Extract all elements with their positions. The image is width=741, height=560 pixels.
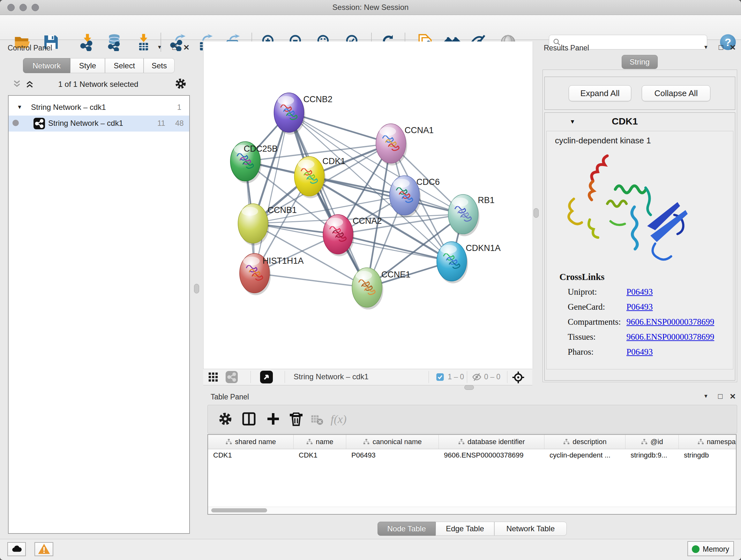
table-cell[interactable]: stringdb:9...	[625, 449, 679, 462]
column-header[interactable]: canonical name	[346, 435, 439, 449]
node-CCNB2[interactable]	[274, 93, 306, 135]
protein-structure-image	[559, 151, 697, 269]
table-row[interactable]: CDK1CDK1P064939606.ENSP00000378699cyclin…	[208, 449, 737, 462]
tab-sets[interactable]: Sets	[144, 58, 175, 73]
column-header[interactable]: name	[293, 435, 346, 449]
footer-separator	[285, 371, 285, 383]
network-thumbnail-icon[interactable]	[226, 371, 238, 383]
hidden-eye-icon[interactable]	[471, 372, 482, 382]
crosslink-link[interactable]: 9606.ENSP00000378699	[626, 317, 714, 327]
table-gear-icon[interactable]	[218, 411, 233, 427]
column-header[interactable]: namespace	[679, 435, 737, 449]
table-panel-float-icon[interactable]: □	[718, 392, 723, 401]
collapse-all-button[interactable]: Collapse All	[642, 85, 711, 101]
node-CDKN1A[interactable]	[437, 242, 468, 284]
crosslink-link[interactable]: 9606.ENSP00000378699	[626, 332, 714, 342]
network-label: String Network – cdk1	[48, 119, 123, 128]
network-selection-status: 1 of 1 Network selected	[8, 80, 189, 89]
node-label-CCNB1: CCNB1	[268, 205, 297, 215]
memory-button[interactable]: Memory	[687, 541, 734, 556]
grid-view-icon[interactable]	[208, 372, 219, 382]
crosslink-label: Uniprot:	[568, 287, 597, 297]
warning-icon	[38, 543, 51, 556]
scrollbar-thumb[interactable]	[211, 508, 267, 512]
network-row-selected[interactable]: String Network – cdk1 11 48	[9, 116, 189, 132]
cdk1-expander-icon[interactable]: ▼	[569, 118, 576, 125]
collection-count: 1	[177, 103, 181, 112]
results-panel-title: Results Panel	[544, 44, 589, 52]
column-header[interactable]: shared name	[208, 435, 293, 449]
node-RB1[interactable]	[448, 194, 480, 236]
expand-all-button[interactable]: Expand All	[569, 85, 631, 101]
results-panel-tabs: String	[622, 55, 658, 69]
edge-HIST1H1A-CCNE1[interactable]	[255, 273, 367, 288]
node-label-CDK1: CDK1	[322, 157, 345, 166]
import-table-icon[interactable]	[135, 33, 152, 51]
delete-column-icon[interactable]	[288, 411, 304, 427]
tab-network[interactable]: Network	[23, 58, 70, 73]
table-panel-collapse-icon[interactable]: ▼	[703, 393, 709, 399]
cloud-icon	[10, 543, 23, 556]
control-panel-collapse-icon[interactable]: ▼	[157, 44, 162, 50]
crosslink-row: Compartments:9606.ENSP00000378699	[547, 317, 733, 332]
control-panel-close-icon[interactable]: ✕	[183, 43, 190, 52]
collection-expander-icon[interactable]: ▼	[17, 104, 22, 111]
tab-style[interactable]: Style	[70, 58, 105, 73]
node-label-CDKN1A: CDKN1A	[466, 243, 500, 253]
edge-CCNB2-HIST1H1A[interactable]	[255, 113, 289, 273]
tab-network-table[interactable]: Network Table	[494, 522, 567, 536]
node-CCNA1[interactable]	[376, 124, 407, 165]
tab-select[interactable]: Select	[105, 58, 144, 73]
show-columns-icon[interactable]	[241, 411, 257, 427]
bottom-splitter-handle[interactable]	[464, 385, 474, 390]
table-cell[interactable]: 9606.ENSP00000378699	[439, 449, 544, 462]
birdseye-view-icon[interactable]	[260, 371, 273, 383]
crosslink-row: Uniprot:P06493	[547, 287, 733, 302]
table-panel-close-icon[interactable]: ✕	[730, 392, 736, 401]
node-CCNA2[interactable]	[323, 214, 354, 256]
control-panel-float-icon[interactable]: □	[172, 43, 177, 52]
selected-checkbox-icon[interactable]	[435, 373, 445, 381]
crosslink-link[interactable]: P06493	[626, 302, 653, 312]
results-panel-close-icon[interactable]: ✕	[730, 43, 736, 52]
right-splitter-handle[interactable]	[534, 208, 539, 218]
crosslink-label: Compartments:	[568, 317, 621, 327]
warnings-button[interactable]	[35, 542, 53, 556]
network-options-gear-icon[interactable]	[174, 77, 187, 90]
import-network-from-database-icon[interactable]	[105, 33, 123, 51]
left-splitter-handle[interactable]	[194, 284, 199, 294]
results-panel-float-icon[interactable]: □	[719, 43, 724, 52]
fit-content-crosshair-icon[interactable]	[512, 371, 525, 384]
crosslinks-title: CrossLinks	[559, 272, 604, 282]
network-graph[interactable]: CCNB2CCNA1CDC25BCDK1CDC6RB1CCNB1CCNA2CDK…	[204, 42, 532, 369]
tab-edge-table[interactable]: Edge Table	[435, 522, 494, 536]
table-cell[interactable]: stringdb	[679, 449, 737, 462]
column-header[interactable]: @id	[625, 435, 679, 449]
string-results-buttons: Expand All Collapse All	[544, 77, 735, 110]
table-cell[interactable]: CDK1	[293, 449, 346, 462]
node-CCNB1[interactable]	[238, 204, 269, 246]
table-cell[interactable]: P06493	[346, 449, 439, 462]
node-table[interactable]: shared namenamecanonical namedatabase id…	[207, 434, 737, 515]
cdk1-description: cyclin-dependent kinase 1	[555, 136, 651, 145]
node-CCNE1[interactable]	[352, 268, 383, 310]
tab-string[interactable]: String	[622, 55, 658, 69]
node-CDK1[interactable]	[294, 157, 326, 198]
crosslink-link[interactable]: P06493	[626, 347, 653, 357]
tab-node-table[interactable]: Node Table	[378, 522, 435, 536]
cloud-status-button[interactable]	[7, 542, 26, 556]
table-cell[interactable]: CDK1	[208, 449, 293, 462]
column-header[interactable]: database identifier	[439, 435, 544, 449]
import-network-icon[interactable]	[78, 33, 96, 51]
crosslink-link[interactable]: P06493	[626, 287, 653, 297]
network-view-toolbar: String Network – cdk1 1 – 0 0 – 0	[203, 369, 532, 385]
results-panel-collapse-icon[interactable]: ▼	[703, 44, 709, 50]
application-window: Session: New Session ? Control Panel ▼ □…	[0, 0, 741, 560]
crosslink-row: Pharos:P06493	[547, 347, 733, 362]
table-cell[interactable]: cyclin-dependent ...	[544, 449, 625, 462]
network-canvas[interactable]: CCNB2CCNA1CDC25BCDK1CDC6RB1CCNB1CCNA2CDK…	[203, 42, 533, 369]
add-column-icon[interactable]	[266, 411, 281, 427]
crosslink-row: GeneCard:P06493	[547, 302, 733, 317]
column-header[interactable]: description	[544, 435, 625, 449]
network-collection-row[interactable]: ▼ String Network – cdk1 1	[9, 100, 189, 116]
